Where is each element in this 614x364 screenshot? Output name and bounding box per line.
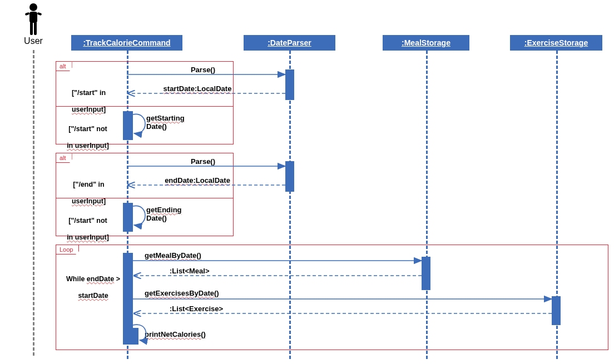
fragment-tab-alt-2: alt bbox=[56, 153, 72, 163]
msg-getending: getEnding Date() bbox=[146, 206, 196, 222]
actor-user: User bbox=[19, 3, 47, 46]
actor-label: User bbox=[19, 36, 47, 46]
alt1-guard-1: ["/start" in userInput] bbox=[62, 81, 115, 114]
participant-trackcalorie: :TrackCalorieCommand bbox=[71, 35, 182, 51]
msg-enddate: endDate:LocalDate bbox=[142, 176, 253, 185]
svg-point-0 bbox=[29, 3, 37, 11]
activation-mealstorage bbox=[422, 257, 430, 290]
participant-exercisestorage: :ExerciseStorage bbox=[510, 35, 602, 51]
person-icon bbox=[24, 3, 43, 36]
activation-exercisestorage bbox=[552, 296, 561, 325]
svg-rect-4 bbox=[30, 22, 33, 35]
lifeline-user bbox=[33, 50, 34, 356]
participant-dateparser: :DateParser bbox=[244, 35, 335, 51]
alt1-guard-2: ["/start" not in userInput] bbox=[60, 117, 116, 150]
msg-parse-1: Parse() bbox=[147, 66, 259, 74]
msg-parse-2: Parse() bbox=[147, 157, 259, 166]
activation-trackcalorie-self1 bbox=[123, 111, 133, 140]
svg-rect-1 bbox=[29, 12, 37, 23]
fragment-loop: Loop bbox=[56, 245, 608, 350]
alt2-guard-2: ["/start" not in userInput] bbox=[60, 208, 116, 242]
msg-getmealbydate: getMealByDate() bbox=[145, 251, 201, 260]
activation-dateparser-2 bbox=[285, 161, 294, 192]
msg-listexercise: :List<Exercise> bbox=[170, 305, 223, 313]
activation-trackcalorie-self2 bbox=[123, 203, 133, 232]
activation-trackcalorie-loop-inner bbox=[128, 328, 138, 345]
msg-getstarting: getStarting Date() bbox=[146, 114, 196, 131]
msg-startdate: startDate:LocalDate bbox=[142, 84, 253, 93]
fragment-tab-loop: Loop bbox=[56, 245, 79, 255]
loop-guard: While endDate > startDate bbox=[61, 267, 125, 300]
msg-listmeal: :List<Meal> bbox=[170, 267, 210, 275]
svg-rect-5 bbox=[34, 22, 37, 35]
activation-dateparser-1 bbox=[285, 69, 294, 100]
svg-rect-2 bbox=[25, 12, 30, 16]
msg-getexercisesbydate: getExercisesByDate() bbox=[145, 289, 219, 297]
svg-rect-3 bbox=[37, 12, 42, 16]
msg-printnet: printNetCalories() bbox=[145, 330, 206, 338]
participant-mealstorage: :MealStorage bbox=[383, 35, 469, 51]
alt2-guard-1: ["/end" in userInput] bbox=[62, 172, 115, 206]
fragment-tab-alt-1: alt bbox=[56, 61, 72, 71]
